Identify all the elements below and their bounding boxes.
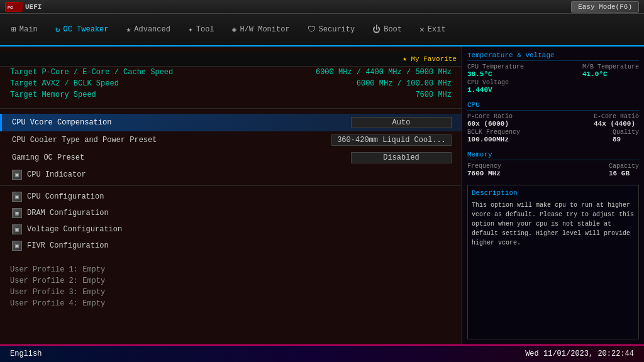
bclk-row: BCLK Frequency 100.000MHz Quality 89 (467, 129, 639, 143)
main-icon: ⊞ (11, 25, 16, 35)
cpu-voltage-label: CPU Voltage (467, 79, 509, 86)
memory-row: Frequency 7600 MHz Capacity 16 GB (467, 163, 639, 177)
menu-cpu-cooler[interactable]: CPU Cooler Type and Power Preset 360-420… (0, 131, 462, 149)
temp-voltage-title: Temperature & Voltage (467, 52, 639, 61)
user-profile-1: User Profile 1: Empty (10, 264, 452, 275)
nav-boot-label: Boot (384, 25, 402, 34)
description-text: This option will make cpu to run at high… (472, 200, 635, 248)
menu-fivr-config[interactable]: ▣ FIVR Configuration (0, 238, 462, 254)
voltage-config-icon: ▣ (12, 224, 22, 234)
menu-voltage-config[interactable]: ▣ Voltage Configuration (0, 221, 462, 238)
cpu-config-label: CPU Configuration (27, 192, 104, 201)
nav-security[interactable]: 🛡 Security (299, 14, 364, 45)
favorite-bar: ★ My Favorite (0, 52, 462, 67)
memory-title: Memory (467, 151, 639, 160)
target-value-1: 6000 MHz / 4400 MHz / 5000 MHz (316, 68, 452, 77)
advanced-icon: ★ (126, 25, 131, 35)
target-row-3: Target Memory Speed 7600 MHz (10, 89, 452, 101)
nav-main[interactable]: ⊞ Main (3, 14, 47, 45)
nav-exit-label: Exit (428, 25, 446, 34)
nav-exit[interactable]: ✕ Exit (411, 14, 455, 45)
left-panel: ★ My Favorite Target P-Core / E-Core / C… (0, 47, 462, 344)
menu-gaming-oc[interactable]: Gaming OC Preset Disabled (0, 149, 462, 167)
top-bar: PG UEFI Easy Mode(F6) (0, 0, 644, 14)
fivr-config-icon: ▣ (12, 241, 22, 251)
cpu-voltage-value: 1.440V (467, 86, 509, 94)
security-icon: 🛡 (308, 25, 316, 35)
navigation-bar: ⊞ Main ↻ OC Tweaker ★ Advanced ✦ Tool ◈ … (0, 14, 644, 47)
gaming-oc-label: Gaming OC Preset (12, 153, 84, 162)
cpu-indicator-label: CPU Indicator (27, 170, 86, 179)
description-box: Description This option will make cpu to… (467, 185, 639, 339)
bclk-label: BCLK Frequency (467, 129, 520, 136)
separator (0, 108, 462, 109)
cpu-config-icon: ▣ (12, 192, 22, 202)
voltage-config-label: Voltage Configuration (27, 225, 122, 234)
my-favorite-button[interactable]: ★ My Favorite (402, 55, 457, 63)
cpu-vcore-value: Auto (351, 117, 452, 128)
cpu-temp-label: CPU Temperature (467, 63, 524, 70)
target-value-3: 7600 MHz (415, 90, 452, 99)
cpu-indicator-icon: ▣ (12, 170, 22, 180)
cpu-section: CPU P-Core Ratio 60x (6000) E-Core Ratio… (467, 101, 639, 145)
freq-label: Frequency (467, 163, 501, 170)
nav-security-label: Security (319, 25, 355, 34)
temp-voltage-section: Temperature & Voltage CPU Temperature 38… (467, 52, 639, 95)
description-title: Description (472, 189, 635, 197)
logo-badge: PG (5, 2, 23, 12)
mb-temp-label: M/B Temperature (582, 63, 639, 70)
brand-logo: PG UEFI (5, 2, 42, 12)
separator-2 (0, 185, 462, 186)
nav-tool-label: Tool (196, 25, 214, 34)
easy-mode-button[interactable]: Easy Mode(F6) (571, 1, 639, 13)
capacity-value: 16 GB (609, 170, 639, 177)
cpu-cooler-value: 360-420mm Liquid Cool... (331, 134, 452, 146)
nav-hw-monitor[interactable]: ◈ H/W Monitor (223, 14, 299, 45)
e-core-value: 44x (4400) (594, 120, 639, 128)
target-label-1: Target P-Core / E-Core / Cache Speed (10, 68, 173, 77)
temp-row: CPU Temperature 38.5°C M/B Temperature 4… (467, 63, 639, 78)
menu-cpu-config[interactable]: ▣ CPU Configuration (0, 189, 462, 205)
right-panel: Temperature & Voltage CPU Temperature 38… (462, 47, 644, 344)
cpu-temp-value: 38.5°C (467, 70, 524, 78)
language-selector[interactable]: English (10, 349, 42, 358)
voltage-row: CPU Voltage 1.440V (467, 79, 639, 94)
nav-advanced[interactable]: ★ Advanced (117, 14, 179, 45)
target-row-2: Target AVX2 / BCLK Speed 6000 MHz / 100.… (10, 78, 452, 89)
capacity-label: Capacity (609, 163, 639, 170)
bclk-value: 100.000MHz (467, 136, 520, 143)
p-core-value: 60x (6000) (467, 120, 513, 128)
p-core-label: P-Core Ratio (467, 113, 513, 120)
dram-config-icon: ▣ (12, 208, 22, 218)
menu-cpu-indicator[interactable]: ▣ CPU Indicator (0, 167, 462, 183)
target-label-2: Target AVX2 / BCLK Speed (10, 79, 119, 88)
menu-dram-config[interactable]: ▣ DRAM Configuration (0, 205, 462, 221)
nav-advanced-label: Advanced (134, 25, 170, 34)
target-row-1: Target P-Core / E-Core / Cache Speed 600… (10, 67, 452, 78)
main-content: ★ My Favorite Target P-Core / E-Core / C… (0, 47, 644, 344)
svg-text:PG: PG (8, 6, 13, 9)
nav-boot[interactable]: ⏻ Boot (364, 14, 411, 45)
user-profile-2: User Profile 2: Empty (10, 275, 452, 287)
target-label-3: Target Memory Speed (10, 90, 96, 99)
nav-hw-label: H/W Monitor (240, 25, 289, 34)
bottom-bar: English Wed 11/01/2023, 20:22:44 (0, 344, 644, 362)
quality-value: 89 (613, 136, 639, 143)
user-profiles: User Profile 1: Empty User Profile 2: Em… (0, 256, 462, 309)
menu-section: CPU Vcore Compensation Auto CPU Cooler T… (0, 111, 462, 256)
quality-label: Quality (613, 129, 639, 136)
top-bar-left: PG UEFI (5, 2, 42, 12)
nav-tool[interactable]: ✦ Tool (179, 14, 223, 45)
nav-main-label: Main (19, 25, 38, 34)
uefi-label: UEFI (25, 3, 42, 11)
nav-oc-tweaker[interactable]: ↻ OC Tweaker (47, 14, 118, 47)
dram-config-label: DRAM Configuration (27, 209, 109, 217)
user-profile-3: User Profile 3: Empty (10, 287, 452, 298)
core-ratio-row: P-Core Ratio 60x (6000) E-Core Ratio 44x… (467, 113, 639, 128)
mb-temp-value: 41.0°C (582, 70, 639, 78)
cpu-cooler-label: CPU Cooler Type and Power Preset (12, 136, 157, 145)
nav-oc-label: OC Tweaker (63, 25, 108, 34)
menu-cpu-vcore[interactable]: CPU Vcore Compensation Auto (0, 114, 462, 131)
hw-icon: ◈ (232, 25, 237, 35)
user-profile-4: User Profile 4: Empty (10, 298, 452, 309)
